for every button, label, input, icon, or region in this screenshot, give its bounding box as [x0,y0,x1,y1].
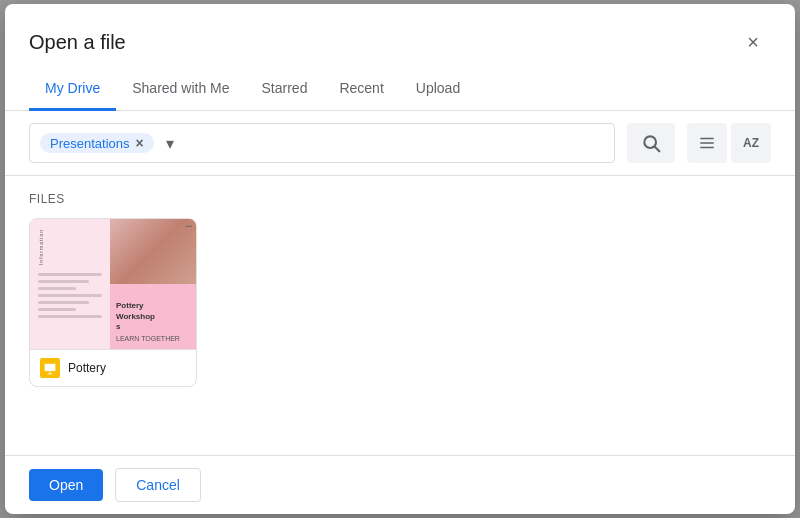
content-area: Files Information [5,176,795,455]
file-card-pottery[interactable]: Information PotteryWorkshops LEAR [29,218,197,387]
filter-dropdown-button[interactable]: ▾ [162,134,178,153]
file-type-icon [40,358,60,378]
thumb-line [38,273,102,276]
file-footer: Pottery [30,349,196,386]
search-button[interactable] [627,123,675,163]
thumb-right: PotteryWorkshops LEARN TOGETHER ••• [110,219,196,349]
filter-chip-presentations: Presentations × [40,133,154,153]
thumb-subtitle: LEARN TOGETHER [116,335,190,343]
sort-icon: AZ [743,136,759,150]
tab-shared-with-me[interactable]: Shared with Me [116,68,245,111]
open-file-dialog: Open a file × My Drive Shared with Me St… [5,4,795,514]
tab-recent[interactable]: Recent [323,68,399,111]
thumb-photo [110,219,196,284]
cancel-button[interactable]: Cancel [115,468,201,502]
dialog-title: Open a file [29,31,126,54]
tab-starred[interactable]: Starred [246,68,324,111]
tabs-bar: My Drive Shared with Me Starred Recent U… [5,68,795,111]
file-thumbnail: Information PotteryWorkshops LEAR [30,219,196,349]
list-view-button[interactable] [687,123,727,163]
open-button[interactable]: Open [29,469,103,501]
filter-chip-label: Presentations [50,136,130,151]
search-icon [641,133,661,153]
dialog-header: Open a file × [5,4,795,60]
toolbar: Presentations × ▾ AZ [5,111,795,176]
thumb-side-text: Information [38,229,102,265]
thumb-line [38,287,76,290]
thumb-line [38,301,89,304]
tab-my-drive[interactable]: My Drive [29,68,116,111]
thumb-line [38,280,89,283]
slides-icon [43,361,57,375]
thumb-line [38,294,102,297]
tab-upload[interactable]: Upload [400,68,476,111]
filter-chip-remove[interactable]: × [136,135,144,151]
files-grid: Information PotteryWorkshops LEAR [29,218,771,387]
thumb-title: PotteryWorkshops [116,301,190,332]
filter-input[interactable]: Presentations × ▾ [29,123,615,163]
thumb-left: Information [30,219,110,349]
thumb-dots: ••• [186,223,192,229]
svg-rect-5 [44,363,56,371]
svg-line-1 [655,147,660,152]
close-button[interactable]: × [735,24,771,60]
list-icon [698,134,716,152]
dialog-footer: Open Cancel [5,455,795,514]
sort-button[interactable]: AZ [731,123,771,163]
thumb-line [38,308,76,311]
thumb-line [38,315,102,318]
view-controls: AZ [687,123,771,163]
thumb-text-area: PotteryWorkshops LEARN TOGETHER [116,301,190,343]
file-name: Pottery [68,361,106,375]
files-section-label: Files [29,192,771,206]
